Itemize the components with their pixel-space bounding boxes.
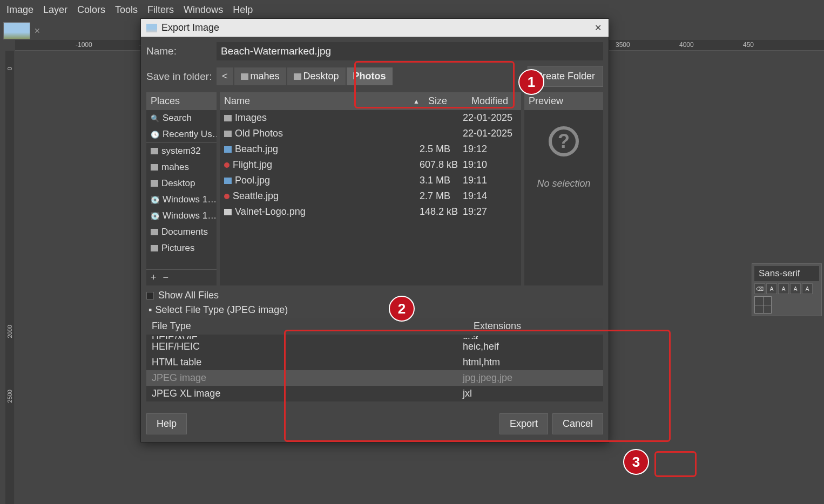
folder-icon — [151, 229, 158, 235]
show-all-row[interactable]: Show All Files — [146, 290, 603, 301]
export-button[interactable]: Export — [499, 413, 548, 434]
file-row[interactable]: Old Photos22-01-2025 — [220, 126, 521, 141]
breadcrumb: < mahes Desktop Photos — [217, 67, 393, 85]
file-row[interactable]: Seattle.jpg2.7 MB19:14 — [220, 188, 521, 204]
menu-windows[interactable]: Windows — [184, 4, 223, 16]
recent-icon: 🕓 — [151, 131, 159, 139]
file-row[interactable]: Beach.jpg2.5 MB19:12 — [220, 141, 521, 157]
file-row[interactable]: Valnet-Logo.png148.2 kB19:27 — [220, 204, 521, 220]
filetype-row[interactable]: HEIF/HEICheic,heif — [146, 339, 603, 355]
dialog-title: Export Image — [161, 22, 219, 33]
filetype-section: ▪ Select File Type (JPEG image) File Typ… — [146, 303, 603, 401]
filename-input[interactable] — [217, 42, 603, 60]
close-icon[interactable]: ✕ — [592, 23, 603, 33]
navigation-square[interactable] — [754, 296, 772, 314]
font-style-d-icon[interactable]: A — [802, 283, 813, 294]
place-system32[interactable]: system32 — [146, 142, 217, 159]
menu-filters[interactable]: Filters — [147, 4, 174, 16]
breadcrumb-item[interactable]: Desktop — [287, 67, 346, 85]
drive-icon: 💽 — [151, 196, 159, 204]
document-thumbnail[interactable] — [3, 22, 30, 39]
annotation-badge-3: 3 — [623, 449, 649, 475]
preview-header: Preview — [524, 92, 603, 110]
place-recent[interactable]: 🕓Recently Us… — [146, 126, 217, 142]
ruler-tick: 3500 — [616, 41, 630, 49]
no-selection-label: No selection — [537, 178, 590, 189]
preview-panel: Preview ? No selection — [524, 92, 603, 285]
ruler-tick: 4000 — [679, 41, 694, 49]
collapse-icon: ▪ — [148, 304, 152, 316]
file-row[interactable]: Images22-01-2025 — [220, 110, 521, 126]
drive-icon: 💽 — [151, 212, 159, 220]
folder-icon — [294, 73, 301, 80]
place-search[interactable]: 🔍Search — [146, 110, 217, 126]
menubar: Image Layer Colors Tools Filters Windows… — [0, 0, 824, 20]
document-close-icon[interactable]: ✕ — [33, 27, 41, 35]
places-panel: Places 🔍Search 🕓Recently Us… system32 ma… — [146, 92, 217, 285]
column-modified[interactable]: Modified — [467, 92, 521, 110]
filetype-header-ext[interactable]: Extensions — [468, 318, 603, 335]
annotation-badge-1: 1 — [518, 69, 544, 95]
image-icon — [224, 162, 229, 168]
show-all-checkbox[interactable] — [146, 292, 154, 299]
font-name-field[interactable]: Sans-serif — [754, 266, 819, 281]
breadcrumb-item[interactable]: mahes — [234, 67, 286, 85]
filetype-toggle[interactable]: ▪ Select File Type (JPEG image) — [146, 303, 603, 317]
image-icon — [224, 194, 229, 199]
menu-tools[interactable]: Tools — [115, 4, 138, 16]
folder-icon — [151, 164, 158, 171]
place-drive[interactable]: 💽Windows 1… — [146, 192, 217, 208]
image-icon — [224, 178, 232, 184]
help-button[interactable]: Help — [146, 413, 187, 434]
ruler-tick: 2500 — [6, 390, 13, 403]
filetype-row[interactable]: JPEG XL imagejxl — [146, 386, 603, 401]
column-name[interactable]: Name▲ — [220, 92, 424, 110]
file-browser: Places 🔍Search 🕓Recently Us… system32 ma… — [146, 92, 603, 285]
menu-image[interactable]: Image — [6, 4, 33, 16]
breadcrumb-back-icon[interactable]: < — [217, 67, 233, 85]
column-size[interactable]: Size — [424, 92, 467, 110]
menu-help[interactable]: Help — [233, 4, 253, 16]
place-drive[interactable]: 💽Windows 1… — [146, 208, 217, 224]
sort-asc-icon: ▲ — [413, 98, 420, 105]
menu-colors[interactable]: Colors — [77, 4, 105, 16]
filetype-row[interactable]: HTML tablehtml,htm — [146, 355, 603, 370]
place-mahes[interactable]: mahes — [146, 159, 217, 175]
file-row[interactable]: Flight.jpg607.8 kB19:10 — [220, 157, 521, 173]
image-icon — [224, 146, 232, 153]
places-header: Places — [146, 92, 217, 110]
file-list: Name▲ Size Modified Images22-01-2025 Old… — [220, 92, 521, 285]
image-icon — [224, 209, 232, 215]
place-desktop[interactable]: Desktop — [146, 175, 217, 192]
add-bookmark-icon[interactable]: + — [148, 272, 159, 283]
place-documents[interactable]: Documents — [146, 224, 217, 240]
name-label: Name: — [146, 45, 212, 57]
menu-layer[interactable]: Layer — [43, 4, 67, 16]
place-pictures[interactable]: Pictures — [146, 240, 217, 256]
cancel-button[interactable]: Cancel — [552, 413, 603, 434]
ruler-tick: 450 — [743, 41, 754, 49]
folder-icon — [151, 245, 158, 251]
ruler-vertical: 0 2000 2500 — [5, 51, 15, 504]
question-icon: ? — [549, 126, 579, 156]
filetype-header-type[interactable]: File Type — [146, 318, 468, 335]
search-icon: 🔍 — [151, 114, 159, 122]
font-style-a-icon[interactable]: A — [766, 283, 777, 294]
font-clear-icon[interactable]: ⌫ — [754, 283, 765, 294]
dialog-titlebar: Export Image ✕ — [141, 19, 609, 37]
ruler-tick: 0 — [6, 67, 13, 70]
font-style-c-icon[interactable]: A — [790, 283, 801, 294]
folder-icon — [224, 115, 232, 121]
titlebar-icon — [146, 24, 157, 32]
font-panel: Sans-serif ⌫ A A A A — [752, 263, 822, 316]
file-row[interactable]: Pool.jpg3.1 MB19:11 — [220, 173, 521, 188]
folder-icon — [224, 131, 232, 137]
ruler-tick: -1000 — [76, 41, 92, 49]
folder-icon — [151, 148, 158, 154]
breadcrumb-item-current[interactable]: Photos — [347, 67, 393, 85]
remove-bookmark-icon[interactable]: − — [161, 272, 171, 283]
folder-icon — [151, 180, 158, 187]
font-style-b-icon[interactable]: A — [778, 283, 789, 294]
filetype-row[interactable]: HEIF/AVIFavif — [146, 335, 603, 339]
filetype-row-selected[interactable]: JPEG imagejpg,jpeg,jpe — [146, 370, 603, 386]
